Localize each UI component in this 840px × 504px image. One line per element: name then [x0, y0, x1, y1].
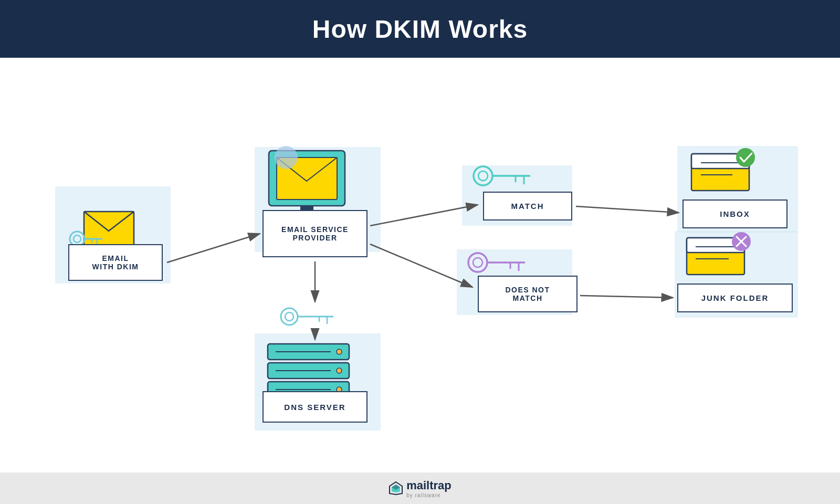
box-esp: EMAIL SERVICE PROVIDER [262, 210, 368, 257]
box-email: EMAIL WITH DKIM [68, 244, 163, 281]
main-content: EMAIL WITH DKIM EMAIL SERVICE PROVIDER M… [0, 58, 840, 472]
box-dns: DNS SERVER [262, 391, 368, 423]
footer-brand: mailtrap [406, 479, 452, 492]
mailtrap-logo-icon [388, 481, 403, 496]
footer-sub: by railsware [406, 492, 452, 498]
diagram: EMAIL WITH DKIM EMAIL SERVICE PROVIDER M… [26, 71, 814, 459]
header: How DKIM Works [0, 0, 840, 58]
box-match: MATCH [483, 192, 572, 220]
key-gray-circle [281, 308, 298, 325]
key-gray-hole [285, 312, 293, 321]
footer: mailtrap by railsware [0, 472, 840, 504]
footer-logo: mailtrap by railsware [388, 479, 452, 498]
box-nomatch: DOES NOT MATCH [478, 276, 578, 312]
box-inbox: INBOX [682, 200, 788, 228]
arrow-match-inbox [576, 206, 679, 213]
arrow-nomatch-junk [580, 296, 673, 298]
page-title: How DKIM Works [312, 15, 528, 44]
arrow-email-esp [167, 234, 260, 262]
box-junk: JUNK FOLDER [677, 284, 793, 312]
